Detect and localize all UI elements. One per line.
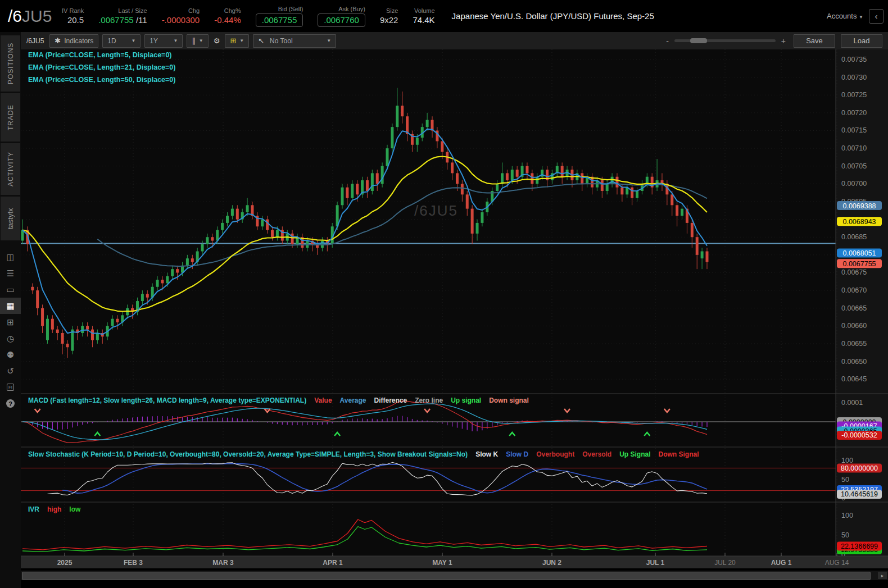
svg-text:0.00725: 0.00725 — [841, 91, 867, 99]
svg-text:-0.0000532: -0.0000532 — [841, 431, 877, 439]
fi-icon[interactable]: FI — [0, 379, 21, 395]
drawing-tool-dropdown[interactable]: ↖ No Tool ▼ — [253, 34, 336, 48]
svg-text:0.00700: 0.00700 — [841, 180, 867, 188]
horizontal-scrollbar[interactable]: ▸ — [21, 571, 888, 580]
chart-type-dropdown[interactable]: ∥ ▼ — [187, 34, 208, 48]
chevron-down-icon: ▼ — [239, 38, 244, 43]
chg-value: -.0000300 — [162, 15, 200, 26]
sidebar-tab-tastyfx[interactable]: tastyfx — [1, 197, 20, 240]
svg-text:AUG 1: AUG 1 — [771, 559, 792, 567]
toolbar-symbol-label: /6JU5 — [26, 37, 44, 45]
svg-text:0.0068051: 0.0068051 — [842, 249, 876, 257]
save-button[interactable]: Save — [794, 34, 835, 48]
svg-text:0.00675: 0.00675 — [841, 268, 867, 276]
svg-text:0.00710: 0.00710 — [841, 144, 867, 152]
last-size: /11 — [134, 15, 147, 25]
svg-text:10.4645619: 10.4645619 — [841, 490, 878, 498]
svg-text:2025: 2025 — [57, 559, 73, 567]
left-sidebar: POSITIONS TRADE ACTIVITY tastyfx ◫ ☰ ▭ ▦… — [0, 32, 21, 588]
svg-text:EMA (Price=CLOSE, Length=21, D: EMA (Price=CLOSE, Length=21, Displace=0) — [28, 63, 175, 71]
indicators-button[interactable]: ✱ Indicators — [49, 34, 98, 48]
svg-text:0.0001: 0.0001 — [841, 399, 863, 407]
sidebar-tab-trade[interactable]: TRADE — [1, 93, 20, 142]
list-icon[interactable]: ☰ — [0, 265, 21, 281]
size-field: Size 9x22 — [380, 7, 398, 26]
chart-icon[interactable]: ▦ — [0, 298, 21, 314]
sidebar-tab-activity[interactable]: ACTIVITY — [1, 143, 20, 195]
svg-text:22.1366699: 22.1366699 — [841, 543, 878, 550]
bid-field: Bid (Sell) .0067755 — [256, 5, 303, 27]
chevron-down-icon: ▼ — [327, 38, 331, 43]
svg-text:0.00655: 0.00655 — [841, 340, 867, 348]
timeframe-dropdown[interactable]: 1D▼ — [102, 34, 141, 48]
collapse-panel-button[interactable]: ‹ — [869, 9, 884, 24]
community-icon[interactable]: ⚉ — [0, 347, 21, 363]
svg-text:80.0000000: 80.0000000 — [841, 464, 878, 472]
svg-text:0.00645: 0.00645 — [841, 375, 867, 383]
svg-text:0.00720: 0.00720 — [841, 109, 867, 117]
symbol-title: /6JU5 — [8, 7, 62, 26]
ask-button[interactable]: .0067760 — [318, 13, 365, 27]
chevron-down-icon: ▼ — [173, 38, 178, 43]
svg-text:0.00685: 0.00685 — [841, 233, 867, 241]
indicators-icon: ✱ — [55, 37, 61, 45]
accounts-dropdown[interactable]: Accounts ▼ — [827, 12, 863, 20]
layout-dropdown[interactable]: ⊞ ▼ — [225, 34, 249, 48]
svg-text:0.00715: 0.00715 — [841, 126, 867, 134]
sidebar-tab-positions[interactable]: POSITIONS — [1, 35, 20, 92]
ask-field: Ask (Buy) .0067760 — [318, 5, 365, 27]
chart-toolbar: /6JU5 ✱ Indicators 1D▼ 1Y▼ ∥ ▼ ⚙ ⊞ ▼ ↖ N… — [21, 32, 888, 50]
volume-value: 74.4K — [413, 15, 434, 26]
svg-text:0.00660: 0.00660 — [841, 322, 867, 330]
zoom-in-button[interactable]: + — [781, 37, 786, 45]
cursor-icon: ↖ — [258, 37, 264, 45]
svg-text:MAY 1: MAY 1 — [432, 559, 452, 567]
svg-text:100: 100 — [841, 457, 853, 464]
svg-text:0.0067755: 0.0067755 — [842, 260, 876, 268]
history-icon[interactable]: ◷ — [0, 330, 21, 347]
scroll-right-arrow-icon[interactable]: ▸ — [878, 572, 887, 579]
calendar-back-icon[interactable]: ↺ — [0, 363, 21, 379]
help-icon[interactable]: ? — [0, 395, 21, 412]
chevron-down-icon: ▼ — [131, 38, 135, 43]
range-dropdown[interactable]: 1Y▼ — [144, 34, 183, 48]
media-icon[interactable]: ▭ — [0, 281, 21, 298]
scrollbar-thumb[interactable] — [22, 572, 871, 580]
svg-text:FEB 3: FEB 3 — [124, 559, 143, 567]
chevron-down-icon: ▼ — [199, 38, 203, 43]
svg-text:EMA (Price=CLOSE, Length=5, Di: EMA (Price=CLOSE, Length=5, Displace=0) — [28, 51, 172, 59]
svg-text:MACD (Fast length=12, Slow len: MACD (Fast length=12, Slow length=26, MA… — [28, 396, 529, 404]
load-button[interactable]: Load — [841, 34, 882, 48]
grid-globe-icon: ⊞ — [230, 37, 236, 45]
last-price: .0067755 — [98, 15, 134, 25]
grid-layout-icon[interactable]: ⊞ — [0, 314, 21, 330]
svg-text:50: 50 — [841, 476, 849, 484]
svg-text:100: 100 — [841, 512, 853, 519]
svg-text:50: 50 — [841, 531, 849, 539]
svg-text:MAR 3: MAR 3 — [212, 559, 234, 567]
svg-text:Slow Stochastic (K Period=10,: Slow Stochastic (K Period=10, D Period=1… — [28, 450, 699, 458]
trading-app: /6JU5 IV Rank 20.5 Last / Size .0067755 … — [0, 0, 888, 588]
watchlist-icon[interactable]: ◫ — [0, 249, 21, 265]
chart-canvas[interactable]: 0.007350.007300.007250.007200.007150.007… — [21, 49, 888, 568]
svg-text:APR 1: APR 1 — [323, 559, 343, 567]
svg-text:IVRhighlow: IVRhighlow — [28, 505, 81, 513]
svg-text:JUL 20: JUL 20 — [714, 559, 736, 567]
chg-field: Chg -.0000300 — [162, 7, 200, 26]
svg-text:EMA (Price=CLOSE, Length=50, D: EMA (Price=CLOSE, Length=50, Displace=0) — [28, 76, 175, 84]
iv-rank-value: 20.5 — [67, 15, 84, 26]
zoom-out-button[interactable]: - — [666, 37, 669, 45]
svg-text:/6JU5: /6JU5 — [414, 202, 458, 219]
iv-rank-field: IV Rank 20.5 — [62, 7, 84, 26]
svg-text:AUG 14: AUG 14 — [825, 559, 849, 567]
svg-text:0.0068943: 0.0068943 — [842, 218, 876, 226]
svg-text:0.00705: 0.00705 — [841, 162, 867, 170]
svg-text:0.00730: 0.00730 — [841, 74, 867, 81]
instrument-title: Japanese Yen/U.S. Dollar (JPY/USD) Futur… — [452, 11, 654, 21]
bid-button[interactable]: .0067755 — [256, 13, 303, 27]
settings-button[interactable]: ⚙ — [212, 35, 221, 47]
zoom-slider[interactable] — [674, 39, 776, 42]
svg-text:0.00665: 0.00665 — [841, 304, 867, 312]
chg-pct-value: -0.44% — [214, 15, 241, 26]
zoom-slider-handle[interactable] — [690, 38, 707, 43]
